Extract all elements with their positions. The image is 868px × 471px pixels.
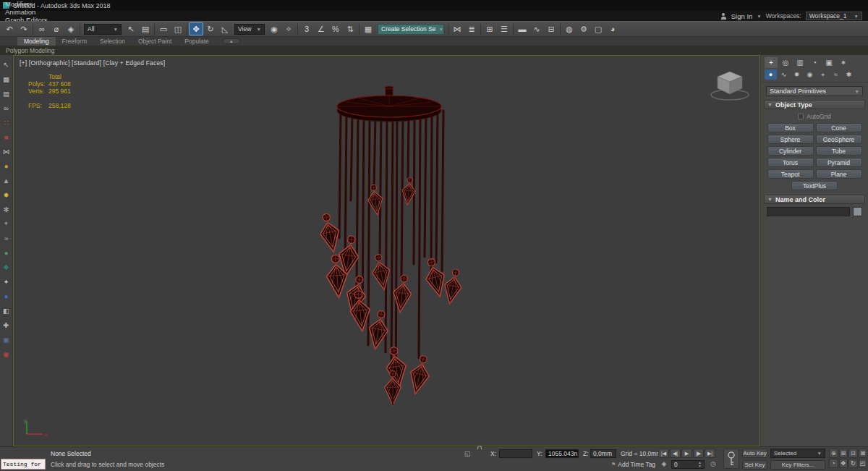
unlink-selection-button[interactable]: ⌀ xyxy=(49,22,64,35)
pan-button[interactable]: ✥ xyxy=(839,459,848,468)
named-selection-sets-dropdown[interactable]: Create Selection Se▼ xyxy=(378,24,444,35)
object-type-button[interactable]: Cylinder xyxy=(767,146,814,156)
select-and-rotate-button[interactable]: ↻ xyxy=(203,22,218,35)
paint-dots-icon[interactable]: ∷ xyxy=(1,115,12,130)
name-and-color-rollout-header[interactable]: ▼ Name and Color xyxy=(764,195,865,204)
reference-coordinate-dropdown[interactable]: View▼ xyxy=(234,24,265,35)
sign-in-button[interactable]: Sign In xyxy=(731,12,753,20)
link-icon[interactable]: ∞ xyxy=(1,101,12,115)
toggle-scene-explorer-button[interactable]: ⊞ xyxy=(482,22,497,35)
set-key-button[interactable]: Set Key xyxy=(742,460,767,470)
chandelier-model[interactable] xyxy=(14,56,760,446)
green-sphere-icon[interactable]: ● xyxy=(1,245,12,260)
go-to-end-button[interactable]: ▶| xyxy=(705,449,715,458)
time-configuration-button[interactable]: ◷ xyxy=(709,459,718,468)
field-of-view-button[interactable]: ◔ xyxy=(829,459,838,468)
snowflake-icon[interactable]: ✻ xyxy=(1,202,12,216)
ribbon-tab[interactable]: Selection xyxy=(93,37,132,46)
maximize-viewport-toggle[interactable]: ◰ xyxy=(859,459,868,468)
use-pivot-center-button[interactable]: ◉ xyxy=(267,22,281,35)
ribbon-minimize-toggle[interactable]: ▲ xyxy=(223,38,240,44)
cameras-category[interactable]: ◉ xyxy=(804,69,816,80)
hierarchy-tab[interactable]: ▥ xyxy=(793,57,807,68)
zoom-extents-button[interactable]: ⊡ xyxy=(848,449,858,458)
render-production-button[interactable]: ◕ xyxy=(605,22,620,35)
object-type-button[interactable]: TextPlus xyxy=(791,181,838,190)
angle-snap-toggle[interactable]: ∠ xyxy=(314,22,328,35)
object-type-rollout-header[interactable]: ▼ Object Type xyxy=(764,100,865,109)
selection-set-dropdown[interactable]: Selected ▼ xyxy=(770,449,825,458)
mirror-button[interactable]: ⋈ xyxy=(450,22,464,35)
select-and-scale-button[interactable]: ◺ xyxy=(218,22,232,35)
render-setup-button[interactable]: ⚙ xyxy=(576,22,591,35)
curve-editor-button[interactable]: ∿ xyxy=(529,22,544,35)
object-color-swatch[interactable] xyxy=(853,207,862,216)
create-tab[interactable]: + xyxy=(765,57,778,68)
object-type-button[interactable]: Torus xyxy=(767,158,814,167)
teal-diamond-icon[interactable]: ❖ xyxy=(1,260,12,274)
blue-sphere-icon[interactable]: ● xyxy=(1,289,12,303)
percent-snap-toggle[interactable]: % xyxy=(328,22,343,35)
viewport[interactable]: [+] [Orthographic] [Standard] [Clay + Ed… xyxy=(13,55,760,446)
window-crossing-toggle[interactable]: ◫ xyxy=(171,22,185,35)
menu-item[interactable]: Animation xyxy=(0,8,53,16)
spark-icon[interactable]: ✦ xyxy=(1,274,12,289)
y-coordinate-field[interactable]: 1055.043n xyxy=(545,449,579,458)
undo-button[interactable]: ↶ xyxy=(2,22,17,35)
red-dot-icon[interactable]: ◉ xyxy=(1,347,12,361)
light-icon[interactable]: ✸ xyxy=(1,187,12,202)
toggle-ribbon-button[interactable]: ▬ xyxy=(515,22,529,35)
auto-key-button[interactable]: Auto Key xyxy=(742,449,767,458)
utilities-tab[interactable]: ✶ xyxy=(837,57,850,68)
play-button[interactable]: ▶ xyxy=(681,449,692,458)
space-warp-icon[interactable]: ≈ xyxy=(1,231,12,245)
lights-category[interactable]: ✸ xyxy=(791,69,803,80)
autogrid-checkbox[interactable] xyxy=(798,114,804,119)
edit-named-selection-sets-button[interactable]: ▦ xyxy=(361,22,375,35)
go-to-start-button[interactable]: |◀ xyxy=(658,449,669,458)
display-tab[interactable]: ▣ xyxy=(822,57,835,68)
workspace-dropdown[interactable]: Workspace_1 ▼ xyxy=(806,12,862,20)
red-cube-icon[interactable]: ■ xyxy=(1,130,12,144)
cross-icon[interactable]: ✚ xyxy=(1,318,12,332)
previous-frame-button[interactable]: ◀| xyxy=(670,449,681,458)
systems-category[interactable]: ✱ xyxy=(843,69,855,80)
material-editor-button[interactable]: ◍ xyxy=(562,22,576,35)
ribbon-tab[interactable]: Populate xyxy=(178,37,216,46)
toggle-layer-explorer-button[interactable]: ☰ xyxy=(497,22,511,35)
cone-icon[interactable]: ▲ xyxy=(1,173,12,187)
zoom-all-button[interactable]: ⊞ xyxy=(839,449,848,458)
shapes-category[interactable]: ∿ xyxy=(778,69,790,80)
spinner-arrows-icon[interactable]: ▲▼ xyxy=(698,461,702,467)
select-and-manipulate-button[interactable]: ✧ xyxy=(281,22,296,35)
ribbon-tab[interactable]: Modeling xyxy=(17,37,56,46)
selection-filter-dropdown[interactable]: All▼ xyxy=(84,24,122,35)
yellow-sphere-icon[interactable]: ● xyxy=(1,158,12,173)
object-type-button[interactable]: Pyramid xyxy=(816,158,862,167)
select-and-move-button[interactable]: ✥ xyxy=(189,22,203,35)
z-coordinate-field[interactable]: 0,0mm xyxy=(590,449,616,458)
key-filters-button[interactable]: Key Filters... xyxy=(770,460,825,470)
ribbon-tab[interactable]: Object Paint xyxy=(132,37,178,46)
menu-item[interactable]: Modifiers xyxy=(0,0,53,8)
set-keys-button[interactable] xyxy=(723,449,739,469)
redo-button[interactable]: ↷ xyxy=(17,22,31,35)
add-time-tag[interactable]: ⚑ Add Time Tag xyxy=(611,461,655,468)
maxscript-mini-listener[interactable]: Testing for i xyxy=(1,459,46,470)
space-warps-category[interactable]: ≈ xyxy=(830,69,842,80)
motion-tab[interactable]: ◔ xyxy=(808,57,821,68)
align-button[interactable]: ≣ xyxy=(464,22,479,35)
view-cube[interactable] xyxy=(709,64,751,102)
geometry-category[interactable]: ● xyxy=(765,69,777,80)
schematic-view-button[interactable]: ⊟ xyxy=(544,22,558,35)
object-name-field[interactable] xyxy=(767,207,850,216)
current-frame-spinner[interactable]: 0 ▲▼ xyxy=(671,460,705,469)
rendered-frame-window-button[interactable]: ▢ xyxy=(591,22,605,35)
key-mode-toggle[interactable]: ◈ xyxy=(660,459,668,468)
primitive-category-dropdown[interactable]: Standard Primitives ▼ xyxy=(766,86,863,96)
select-cursor-icon[interactable]: ↖ xyxy=(1,57,12,72)
object-type-button[interactable]: Tube xyxy=(816,146,862,156)
ribbon-tab[interactable]: Freeform xyxy=(56,37,93,46)
helpers-category[interactable]: ⌖ xyxy=(817,69,829,80)
select-and-link-button[interactable]: ∞ xyxy=(35,22,49,35)
